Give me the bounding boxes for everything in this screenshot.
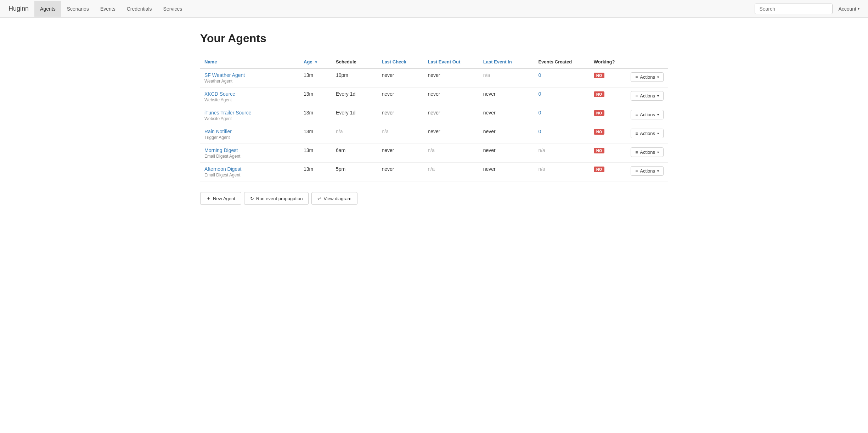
refresh-icon: ↻: [250, 196, 254, 201]
na-schedule: n/a: [336, 129, 343, 134]
agent-schedule: Every 1d: [332, 88, 377, 106]
actions-button[interactable]: ≡ Actions ▾: [631, 166, 664, 176]
nav-item-agents[interactable]: Agents: [34, 1, 61, 17]
table-row: Morning Digest Email Digest Agent 13m6am…: [200, 144, 668, 163]
agent-type: Weather Agent: [204, 79, 295, 84]
agent-last-event-out: n/a: [424, 144, 479, 163]
col-header-lastevenin[interactable]: Last Event In: [479, 56, 534, 68]
agent-age: 13m: [299, 68, 332, 88]
actions-button[interactable]: ≡ Actions ▾: [631, 91, 664, 101]
agent-last-check: never: [377, 106, 423, 125]
agent-name-link[interactable]: Rain Notifier: [204, 129, 295, 134]
table-row: XKCD Source Website Agent 13mEvery 1dnev…: [200, 88, 668, 106]
col-header-actions: [626, 56, 668, 68]
plus-icon: ＋: [206, 195, 211, 202]
navbar: Huginn AgentsScenariosEventsCredentialsS…: [0, 0, 868, 18]
nav-link-scenarios[interactable]: Scenarios: [61, 1, 95, 17]
working-badge: No: [594, 148, 605, 153]
working-badge: No: [594, 110, 605, 116]
agent-name-link[interactable]: SF Weather Agent: [204, 72, 295, 78]
agent-events-created: 0: [534, 106, 589, 125]
agent-type: Email Digest Agent: [204, 173, 295, 178]
agent-working: No: [590, 125, 626, 144]
brand-link[interactable]: Huginn: [9, 5, 29, 12]
table-row: Afternoon Digest Email Digest Agent 13m5…: [200, 163, 668, 181]
agent-last-event-in: n/a: [479, 68, 534, 88]
agent-age: 13m: [299, 106, 332, 125]
col-header-name[interactable]: Name: [200, 56, 299, 68]
nav-link-services[interactable]: Services: [158, 1, 188, 17]
actions-caret-icon: ▾: [657, 169, 659, 173]
table-row: iTunes Trailer Source Website Agent 13mE…: [200, 106, 668, 125]
col-header-schedule: Schedule: [332, 56, 377, 68]
actions-button[interactable]: ≡ Actions ▾: [631, 110, 664, 119]
agent-name-link[interactable]: XKCD Source: [204, 91, 295, 97]
agent-actions-cell: ≡ Actions ▾: [626, 106, 668, 125]
col-header-age[interactable]: Age ▼: [299, 56, 332, 68]
agent-events-created: 0: [534, 68, 589, 88]
nav-item-credentials[interactable]: Credentials: [121, 1, 158, 17]
list-icon: ≡: [635, 94, 638, 99]
col-header-working: Working?: [590, 56, 626, 68]
sort-arrow-icon: ▼: [314, 60, 318, 64]
agent-last-event-in: never: [479, 144, 534, 163]
agent-last-event-out: never: [424, 68, 479, 88]
actions-caret-icon: ▾: [657, 113, 659, 117]
actions-button[interactable]: ≡ Actions ▾: [631, 72, 664, 82]
agent-last-event-out: n/a: [424, 163, 479, 181]
working-badge: No: [594, 129, 605, 135]
agent-working: No: [590, 163, 626, 181]
agent-type: Trigger Agent: [204, 135, 295, 140]
actions-caret-icon: ▾: [657, 94, 659, 98]
agent-actions-cell: ≡ Actions ▾: [626, 68, 668, 88]
agent-last-event-in: never: [479, 125, 534, 144]
nav-item-events[interactable]: Events: [95, 1, 121, 17]
agent-actions-cell: ≡ Actions ▾: [626, 163, 668, 181]
agent-last-check: never: [377, 68, 423, 88]
run-event-propagation-button[interactable]: ↻ Run event propagation: [244, 192, 309, 205]
col-header-eventscreated: Events Created: [534, 56, 589, 68]
agent-last-event-out: never: [424, 88, 479, 106]
search-input[interactable]: [755, 4, 833, 14]
nav-item-scenarios[interactable]: Scenarios: [61, 1, 95, 17]
list-icon: ≡: [635, 75, 638, 80]
nav-link-credentials[interactable]: Credentials: [121, 1, 158, 17]
account-button[interactable]: Account ▾: [838, 6, 859, 12]
agent-last-event-in: never: [479, 163, 534, 181]
agent-events-created: n/a: [534, 144, 589, 163]
view-diagram-button[interactable]: ⇌ View diagram: [311, 192, 357, 205]
agent-last-check: never: [377, 88, 423, 106]
nav-link-agents[interactable]: Agents: [34, 1, 61, 17]
agent-actions-cell: ≡ Actions ▾: [626, 88, 668, 106]
agent-age: 13m: [299, 163, 332, 181]
nav-link-events[interactable]: Events: [95, 1, 121, 17]
nav-links: AgentsScenariosEventsCredentialsServices: [34, 1, 755, 17]
table-row: SF Weather Agent Weather Agent 13m10pmne…: [200, 68, 668, 88]
agent-name-link[interactable]: Morning Digest: [204, 147, 295, 153]
agent-events-created: 0: [534, 88, 589, 106]
agent-last-check: n/a: [377, 125, 423, 144]
nav-item-services[interactable]: Services: [158, 1, 188, 17]
agent-name-link[interactable]: iTunes Trailer Source: [204, 110, 295, 116]
account-label: Account: [838, 6, 856, 12]
agent-last-event-out: never: [424, 106, 479, 125]
actions-button[interactable]: ≡ Actions ▾: [631, 129, 664, 138]
col-header-lastcheck[interactable]: Last Check: [377, 56, 423, 68]
actions-button[interactable]: ≡ Actions ▾: [631, 147, 664, 157]
agent-events-created: n/a: [534, 163, 589, 181]
agent-schedule: Every 1d: [332, 106, 377, 125]
agent-name-link[interactable]: Afternoon Digest: [204, 166, 295, 172]
agent-working: No: [590, 106, 626, 125]
new-agent-button[interactable]: ＋ New Agent: [200, 192, 241, 205]
agent-type: Website Agent: [204, 97, 295, 102]
main-content: Your Agents Name Age ▼ Schedule Last Che…: [186, 18, 682, 226]
agent-actions-cell: ≡ Actions ▾: [626, 144, 668, 163]
col-header-lasteventout[interactable]: Last Event Out: [424, 56, 479, 68]
agent-last-event-in: never: [479, 106, 534, 125]
nav-right: Account ▾: [755, 4, 859, 14]
agent-age: 13m: [299, 88, 332, 106]
list-icon: ≡: [635, 131, 638, 136]
agent-schedule: n/a: [332, 125, 377, 144]
agent-working: No: [590, 144, 626, 163]
agent-last-event-in: never: [479, 88, 534, 106]
